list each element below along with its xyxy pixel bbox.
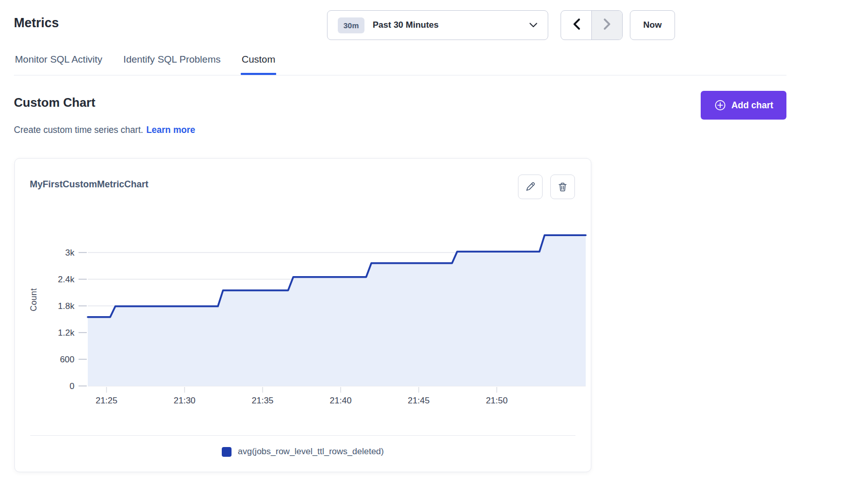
next-time-window-button[interactable] bbox=[592, 11, 622, 40]
tab-monitor-sql-activity[interactable]: Monitor SQL Activity bbox=[14, 52, 103, 75]
svg-text:21:50: 21:50 bbox=[486, 396, 508, 405]
chevron-left-icon bbox=[572, 18, 581, 32]
svg-text:21:30: 21:30 bbox=[174, 396, 196, 405]
svg-text:Count: Count bbox=[29, 288, 38, 311]
svg-text:21:45: 21:45 bbox=[408, 396, 430, 405]
learn-more-link[interactable]: Learn more bbox=[146, 125, 195, 135]
trash-icon bbox=[557, 181, 568, 192]
section-title: Custom Chart bbox=[14, 95, 95, 110]
svg-text:3k: 3k bbox=[65, 248, 74, 258]
chevron-down-icon bbox=[529, 21, 537, 30]
now-button[interactable]: Now bbox=[630, 10, 675, 40]
time-range-label: Past 30 Minutes bbox=[373, 20, 529, 30]
svg-text:2.4k: 2.4k bbox=[58, 275, 75, 284]
svg-text:21:25: 21:25 bbox=[95, 396, 118, 405]
chevron-right-icon bbox=[603, 18, 611, 32]
legend-label: avg(jobs_row_level_ttl_rows_deleted) bbox=[238, 447, 383, 457]
svg-text:21:35: 21:35 bbox=[252, 396, 274, 405]
svg-text:1.8k: 1.8k bbox=[58, 301, 75, 311]
chart-title: MyFirstCustomMetricChart bbox=[30, 179, 148, 190]
time-range-picker[interactable]: 30m Past 30 Minutes bbox=[327, 10, 548, 40]
svg-text:1.2k: 1.2k bbox=[58, 328, 75, 338]
custom-chart-plot: 06001.2k1.8k2.4k3k21:2521:3021:3521:4021… bbox=[15, 218, 592, 409]
section-subtitle: Create custom time series chart.Learn mo… bbox=[14, 125, 195, 135]
svg-text:21:40: 21:40 bbox=[330, 396, 352, 405]
legend-swatch bbox=[222, 447, 232, 457]
add-chart-button[interactable]: Add chart bbox=[701, 91, 786, 120]
metrics-tabs: Monitor SQL Activity Identify SQL Proble… bbox=[14, 52, 786, 75]
custom-chart-card: MyFirstCustomMetricChart 06001.2k1.8k2.4… bbox=[14, 158, 591, 472]
edit-chart-button[interactable] bbox=[518, 175, 543, 199]
delete-chart-button[interactable] bbox=[550, 175, 575, 199]
tab-custom[interactable]: Custom bbox=[241, 52, 276, 75]
svg-text:0: 0 bbox=[70, 381, 74, 391]
time-window-nav bbox=[561, 10, 623, 40]
plus-circle-icon bbox=[714, 99, 726, 111]
metrics-page: { "header": { "title": "Metrics", "time_… bbox=[0, 0, 847, 504]
legend-item[interactable]: avg(jobs_row_level_ttl_rows_deleted) bbox=[15, 444, 591, 459]
time-range-badge: 30m bbox=[338, 17, 364, 33]
svg-text:600: 600 bbox=[60, 355, 74, 364]
tab-identify-sql-problems[interactable]: Identify SQL Problems bbox=[122, 52, 221, 75]
pencil-icon bbox=[525, 181, 536, 192]
card-divider bbox=[30, 435, 575, 436]
page-title: Metrics bbox=[14, 15, 59, 30]
active-tab-underline bbox=[241, 73, 276, 75]
prev-time-window-button[interactable] bbox=[561, 11, 592, 40]
